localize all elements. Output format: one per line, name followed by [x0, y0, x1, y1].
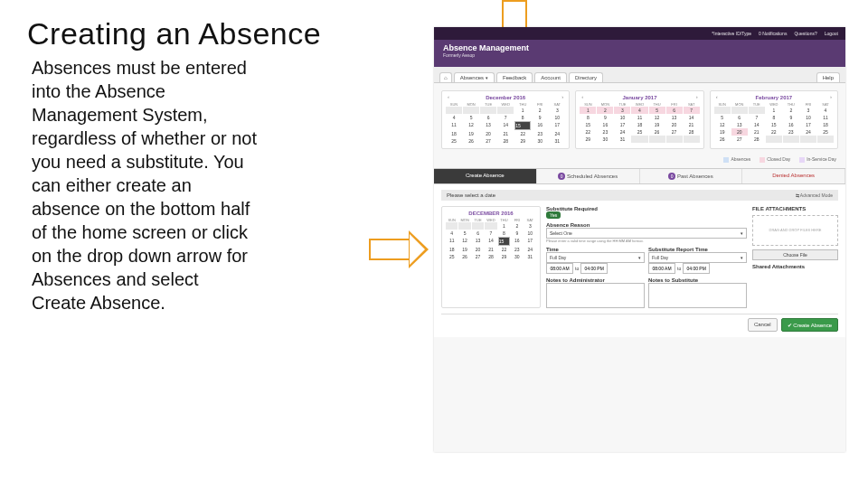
- calendar-day[interactable]: 2: [597, 107, 613, 114]
- calendar-day[interactable]: 1: [514, 107, 531, 114]
- calendar-day[interactable]: 22: [580, 128, 596, 136]
- time-from-input[interactable]: [546, 263, 573, 274]
- calendar-day[interactable]: 2: [511, 222, 523, 230]
- calendar-day[interactable]: 31: [549, 137, 565, 145]
- calendar-day[interactable]: 12: [463, 121, 479, 130]
- create-absence-button[interactable]: Create Absence: [781, 318, 838, 332]
- calendar-day[interactable]: 12: [714, 121, 731, 128]
- calendar-day[interactable]: [649, 136, 665, 143]
- calendar-day[interactable]: [446, 107, 462, 114]
- calendar-day[interactable]: 19: [649, 121, 665, 128]
- topbar-logout[interactable]: Logout: [825, 31, 838, 36]
- calendar-day[interactable]: 4: [446, 114, 462, 121]
- calendar-day[interactable]: 14: [497, 121, 514, 130]
- calendar-day[interactable]: 25: [817, 128, 834, 136]
- calendar-day[interactable]: 16: [511, 237, 523, 246]
- calendar-day[interactable]: 21: [485, 246, 496, 253]
- calendar-day[interactable]: 26: [458, 253, 470, 260]
- calendar-day[interactable]: 24: [800, 128, 816, 136]
- srt-daypart-select[interactable]: Full Day▾: [648, 252, 747, 263]
- calendar-day[interactable]: 7: [485, 230, 496, 237]
- calendar-day[interactable]: 19: [458, 246, 470, 253]
- tab-help[interactable]: Help: [816, 72, 840, 82]
- calendar-day[interactable]: 24: [524, 246, 536, 253]
- calendar-day[interactable]: 15: [514, 121, 531, 130]
- calendar-day[interactable]: [800, 136, 816, 143]
- topbar-notifications[interactable]: 0 Notifications: [759, 31, 787, 36]
- notes-sub-textarea[interactable]: [648, 283, 747, 308]
- calendar-day[interactable]: 14: [749, 121, 765, 128]
- calendar-day[interactable]: 22: [514, 130, 531, 137]
- calendar-day[interactable]: 22: [498, 246, 510, 253]
- calendar-day[interactable]: 10: [524, 230, 536, 237]
- calendar-day[interactable]: 23: [783, 128, 799, 136]
- calendar-day[interactable]: 29: [580, 136, 596, 143]
- calendar-day[interactable]: 3: [549, 107, 565, 114]
- calendar-day[interactable]: 27: [472, 253, 484, 260]
- calendar-day[interactable]: 6: [480, 114, 496, 121]
- calendar-day[interactable]: 24: [549, 130, 565, 137]
- calendar-day[interactable]: 2: [783, 107, 799, 114]
- calendar-day[interactable]: 2: [532, 107, 548, 114]
- calendar-day[interactable]: 28: [485, 253, 496, 260]
- calendar-day[interactable]: 18: [817, 121, 834, 128]
- calendar-day[interactable]: 15: [766, 121, 782, 128]
- calendar-day[interactable]: [684, 136, 700, 143]
- cancel-button[interactable]: Cancel: [748, 318, 778, 332]
- calendar-day[interactable]: 28: [497, 137, 514, 145]
- calendar-day[interactable]: 6: [472, 230, 484, 237]
- calendar-day[interactable]: 5: [463, 114, 479, 121]
- calendar-day[interactable]: 18: [631, 121, 647, 128]
- calendar-day[interactable]: 22: [766, 128, 782, 136]
- calendar-day[interactable]: 20: [666, 121, 683, 128]
- calendar-day[interactable]: 3: [800, 107, 816, 114]
- calendar-day[interactable]: 10: [800, 114, 816, 121]
- notes-admin-textarea[interactable]: [546, 283, 645, 308]
- calendar-day[interactable]: 17: [614, 121, 630, 128]
- calendar-day[interactable]: 5: [458, 230, 470, 237]
- topbar-questions[interactable]: Questions?: [794, 31, 816, 36]
- calendar-day[interactable]: 12: [458, 237, 470, 246]
- calendar-day[interactable]: 9: [783, 114, 799, 121]
- tab-account[interactable]: Account: [534, 72, 567, 82]
- calendar-day[interactable]: [766, 136, 782, 143]
- calendar-day[interactable]: 20: [731, 128, 748, 136]
- calendar-day[interactable]: [458, 222, 470, 230]
- calendar-day[interactable]: [472, 222, 484, 230]
- calendar-day[interactable]: 9: [597, 114, 613, 121]
- calendar-day[interactable]: 12: [649, 114, 665, 121]
- calendar-day[interactable]: 8: [766, 114, 782, 121]
- calendar-day[interactable]: 18: [446, 246, 458, 253]
- topbar-idtype[interactable]: *Interactive ID/Type: [712, 31, 751, 36]
- calendar-day[interactable]: 17: [524, 237, 536, 246]
- calendar-day[interactable]: 17: [800, 121, 816, 128]
- calendar-day[interactable]: [731, 107, 748, 114]
- subtab-scheduled[interactable]: 0Scheduled Absences: [537, 169, 640, 183]
- calendar-day[interactable]: 6: [731, 114, 748, 121]
- calendar-day[interactable]: 21: [684, 121, 700, 128]
- tab-absences[interactable]: Absences▾: [454, 72, 495, 82]
- month-prev[interactable]: ‹: [712, 94, 722, 99]
- calendar-day[interactable]: 6: [666, 107, 683, 114]
- calendar-day[interactable]: 13: [731, 121, 748, 128]
- srt-from-input[interactable]: [648, 263, 675, 274]
- calendar-day[interactable]: 20: [472, 246, 484, 253]
- calendar-day[interactable]: 26: [463, 137, 479, 145]
- calendar-day[interactable]: 11: [446, 237, 458, 246]
- calendar-day[interactable]: 9: [532, 114, 548, 121]
- calendar-day[interactable]: 20: [480, 130, 496, 137]
- calendar-day[interactable]: 4: [446, 230, 458, 237]
- calendar-day[interactable]: 11: [817, 114, 834, 121]
- calendar-day[interactable]: 26: [649, 128, 665, 136]
- calendar-day[interactable]: 5: [649, 107, 665, 114]
- calendar-day[interactable]: 26: [714, 136, 731, 143]
- calendar-day[interactable]: [817, 136, 834, 143]
- calendar-day[interactable]: 1: [580, 107, 596, 114]
- calendar-day[interactable]: 1: [766, 107, 782, 114]
- month-next[interactable]: ›: [558, 94, 567, 99]
- month-next[interactable]: ›: [693, 94, 702, 99]
- calendar-day[interactable]: 1: [498, 222, 510, 230]
- calendar-day[interactable]: 16: [532, 121, 548, 130]
- calendar-day[interactable]: [446, 222, 458, 230]
- calendar-day[interactable]: [666, 136, 683, 143]
